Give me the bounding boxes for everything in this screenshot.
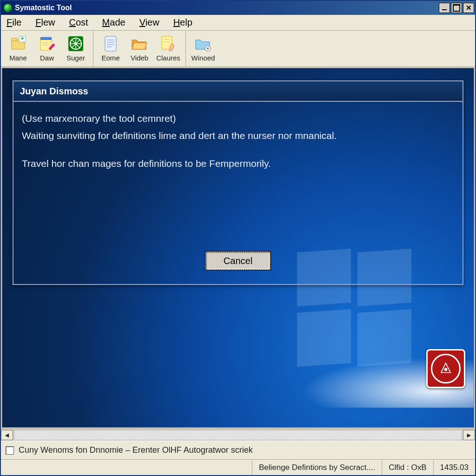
menu-help[interactable]: Help	[171, 16, 195, 29]
progress-dialog: Juyan Dismoss (Use marxenorary the tool …	[13, 80, 463, 285]
status-bar: Belienge Defintions by Secract.... Clfid…	[1, 459, 475, 475]
note-hand-icon	[159, 34, 178, 53]
folder-gear-icon	[194, 34, 212, 53]
toolbar: ✦ Mane Daw Suger Eom	[1, 31, 475, 67]
toolbar-eome[interactable]: Eome	[96, 33, 125, 65]
toolbar-eome-label: Eome	[101, 54, 119, 61]
svg-point-20	[444, 368, 448, 371]
app-icon	[4, 4, 12, 12]
folder-new-icon: ✦	[9, 34, 27, 53]
globe-green-icon	[66, 34, 85, 53]
brand-badge	[426, 349, 465, 388]
dialog-line-1: (Use marxenorary the tool cemnret)	[22, 111, 454, 126]
title-bar: Symatostic Tool	[1, 1, 475, 15]
menu-flew-rest: lew	[41, 17, 55, 27]
cancel-button[interactable]: Cancel	[205, 251, 271, 270]
toolbar-winoed[interactable]: Winoed	[189, 33, 218, 65]
menu-view[interactable]: View	[137, 16, 162, 29]
window-title: Symatostic Tool	[15, 4, 439, 12]
window-buttons	[439, 3, 474, 13]
menu-made[interactable]: Made	[99, 16, 128, 29]
folder-open-icon	[130, 34, 149, 53]
toolbar-videb-label: Videb	[131, 54, 148, 61]
svg-rect-10	[105, 36, 116, 51]
option-checkbox[interactable]	[6, 446, 14, 455]
status-clfid: Clfid : OxB	[382, 460, 433, 475]
content-area: Juyan Dismoss (Use marxenorary the tool …	[2, 68, 474, 428]
dialog-line-2: Waiting sunviting for definitions lime a…	[22, 128, 454, 144]
scroll-right-button[interactable]: ►	[463, 430, 475, 440]
menu-file-rest: ile	[12, 17, 21, 27]
toolbar-videb[interactable]: Videb	[125, 33, 154, 65]
scroll-left-button[interactable]: ◄	[1, 430, 13, 440]
toolbar-mane-label: Mane	[9, 54, 27, 61]
status-spacer	[1, 460, 252, 475]
app-window: Symatostic Tool File Flew Cost Made View…	[0, 0, 476, 476]
svg-rect-1	[12, 38, 17, 41]
dialog-body: (Use marxenorary the tool cemnret) Waiti…	[13, 102, 463, 251]
menu-made-rest: ade	[110, 17, 125, 27]
toolbar-winoed-label: Winoed	[192, 54, 215, 61]
option-label: Cuny Wenoms fon Dnnomie – Erenter OlHF A…	[19, 445, 253, 455]
svg-text:✦: ✦	[20, 35, 25, 42]
dialog-title: Juyan Dismoss	[13, 81, 463, 102]
toolbar-group-3: Winoed	[186, 31, 220, 66]
menu-bar: File Flew Cost Made View Help	[1, 15, 475, 31]
close-button[interactable]	[463, 3, 474, 13]
toolbar-suger-label: Suger	[66, 54, 85, 61]
toolbar-suger[interactable]: Suger	[61, 33, 90, 65]
option-row: Cuny Wenoms fon Dnnomie – Erenter OlHF A…	[1, 441, 475, 459]
toolbar-mane[interactable]: ✦ Mane	[4, 33, 33, 65]
toolbar-group-1: ✦ Mane Daw Suger	[1, 31, 93, 66]
menu-cost[interactable]: Cost	[66, 16, 91, 29]
dialog-line-3: Travel hor chan mages for definitions to…	[22, 156, 454, 172]
status-number: 1435.03	[433, 460, 475, 475]
badge-emblem-icon	[431, 354, 461, 383]
menu-cost-rest: ost	[76, 17, 88, 27]
dialog-button-row: Cancel	[13, 251, 463, 284]
status-definitions: Belienge Defintions by Secract....	[252, 460, 382, 475]
svg-rect-5	[40, 37, 52, 40]
toolbar-group-2: Eome Videb Claures	[93, 31, 186, 66]
minimize-button[interactable]	[439, 3, 450, 13]
toolbar-daw[interactable]: Daw	[33, 33, 61, 65]
menu-view-rest: iew	[145, 17, 159, 27]
maximize-button[interactable]	[451, 3, 462, 13]
toolbar-claures[interactable]: Claures	[154, 33, 183, 65]
svg-point-19	[207, 47, 209, 49]
note-pencil-icon	[38, 34, 56, 53]
menu-help-rest: elp	[180, 17, 192, 27]
toolbar-daw-label: Daw	[40, 54, 54, 61]
horizontal-scrollbar[interactable]: ◄ ►	[1, 429, 475, 441]
menu-flew[interactable]: Flew	[33, 16, 58, 29]
scroll-track[interactable]	[14, 430, 462, 440]
menu-file[interactable]: File	[4, 16, 24, 29]
document-lines-icon	[101, 34, 120, 53]
toolbar-claures-label: Claures	[156, 54, 180, 61]
